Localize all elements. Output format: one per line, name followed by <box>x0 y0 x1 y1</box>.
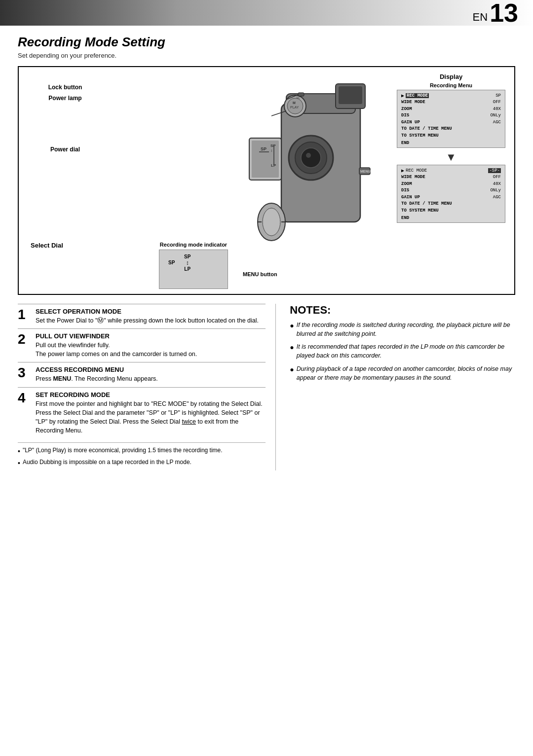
step-3-text: Press MENU. The Recording Menu appears. <box>36 374 266 383</box>
svg-point-7 <box>306 153 311 158</box>
svg-text:SC: SC <box>296 96 301 99</box>
svg-rect-3 <box>339 86 362 104</box>
svg-text:M: M <box>293 101 296 105</box>
step-3-content: ACCESS RECORDING MENU Press MENU. The Re… <box>36 366 266 383</box>
step-4-heading: SET RECORDING MODE <box>36 391 266 398</box>
bullet-dot-2: • <box>18 458 20 468</box>
step-2-content: PULL OUT VIEWFINDER Pull out the viewfin… <box>36 332 266 359</box>
arrow-updown: ↕ <box>186 259 189 266</box>
svg-text:PLAY: PLAY <box>290 106 299 109</box>
steps-left: 1 SELECT OPERATION MODE Set the Power Di… <box>18 304 276 470</box>
lp-label: LP <box>184 266 190 272</box>
main-content: Recording Mode Setting Set depending on … <box>0 26 533 485</box>
bullet-list: • "LP" (Long Play) is more economical, p… <box>18 442 266 468</box>
diagram-box: Display Recording Menu ▶REC MODESP WIDE … <box>18 66 515 295</box>
camera-area: Lock button Power lamp Power dial <box>26 74 507 281</box>
svg-rect-21 <box>298 93 304 96</box>
camera-svg: SP SP ↕ LP M PLAY SC MENU <box>222 79 390 256</box>
note-3: ● During playback of a tape recorded on … <box>290 364 515 382</box>
note-bullet-3: ● <box>290 364 294 374</box>
label-power-lamp: Power lamp <box>26 95 105 102</box>
step-2-text: Pull out the viewfinder fully.The power … <box>36 341 266 359</box>
step-1: 1 SELECT OPERATION MODE Set the Power Di… <box>18 304 266 328</box>
label-power-dial: Power dial <box>26 146 105 153</box>
svg-text:SP: SP <box>261 146 266 151</box>
sp-lp-column: SP ↕ LP <box>184 254 190 272</box>
step-4: 4 SET RECORDING MODE First move the poin… <box>18 387 266 439</box>
page-title: Recording Mode Setting <box>18 35 515 50</box>
svg-text:MENU: MENU <box>360 170 371 173</box>
steps-section: 1 SELECT OPERATION MODE Set the Power Di… <box>18 304 515 475</box>
page-number: 13 <box>490 0 518 26</box>
step-1-content: SELECT OPERATION MODE Set the Power Dial… <box>36 308 266 325</box>
bullet-1-text: "LP" (Long Play) is more economical, pro… <box>23 446 223 455</box>
step-4-text: First move the pointer and highlight bar… <box>36 399 266 435</box>
bullet-1: • "LP" (Long Play) is more economical, p… <box>18 446 266 456</box>
svg-text:LP: LP <box>271 163 276 168</box>
label-lock-button: Lock button <box>26 84 105 91</box>
note-3-text: During playback of a tape recorded on an… <box>297 364 515 382</box>
step-3: 3 ACCESS RECORDING MENU Press MENU. The … <box>18 362 266 387</box>
step-3-number: 3 <box>18 366 32 380</box>
steps-right: NOTES: ● If the recording mode is switch… <box>288 304 515 470</box>
note-2-text: It is recommended that tapes recorded in… <box>297 342 515 360</box>
step-2-number: 2 <box>18 332 32 346</box>
note-2: ● It is recommended that tapes recorded … <box>290 342 515 360</box>
step-2-heading: PULL OUT VIEWFINDER <box>36 332 266 340</box>
sp-right-label: SP <box>184 254 190 259</box>
notes-title: NOTES: <box>290 304 515 317</box>
step-3-heading: ACCESS RECORDING MENU <box>36 366 266 373</box>
note-bullet-2: ● <box>290 342 294 352</box>
svg-text:SP: SP <box>270 144 276 148</box>
bullet-2-text: Audio Dubbing is impossible on a tape re… <box>23 458 191 467</box>
camera-svg-area: SP SP ↕ LP M PLAY SC MENU <box>105 74 507 256</box>
step-1-heading: SELECT OPERATION MODE <box>36 308 266 315</box>
header-bar: EN 13 <box>0 0 533 26</box>
bullet-dot-1: • <box>18 446 20 456</box>
left-labels: Lock button Power lamp Power dial <box>26 74 105 167</box>
step-4-content: SET RECORDING MODE First move the pointe… <box>36 391 266 435</box>
step-4-number: 4 <box>18 391 32 405</box>
note-bullet-1: ● <box>290 321 294 330</box>
svg-point-25 <box>263 208 280 236</box>
sp-left-label: SP <box>168 260 175 265</box>
note-1: ● If the recording mode is switched duri… <box>290 321 515 338</box>
svg-text:↕: ↕ <box>270 148 272 153</box>
recording-mode-box: SP SP ↕ LP <box>159 250 228 289</box>
svg-point-6 <box>301 148 321 168</box>
step-1-number: 1 <box>18 308 32 322</box>
step-2: 2 PULL OUT VIEWFINDER Pull out the viewf… <box>18 328 266 362</box>
step-1-text: Set the Power Dial to "Ⓜ" while pressing… <box>36 316 266 325</box>
subtitle: Set depending on your preference. <box>18 52 515 59</box>
en-label: EN <box>473 11 488 24</box>
note-1-text: If the recording mode is switched during… <box>297 321 515 338</box>
bullet-2: • Audio Dubbing is impossible on a tape … <box>18 458 266 468</box>
